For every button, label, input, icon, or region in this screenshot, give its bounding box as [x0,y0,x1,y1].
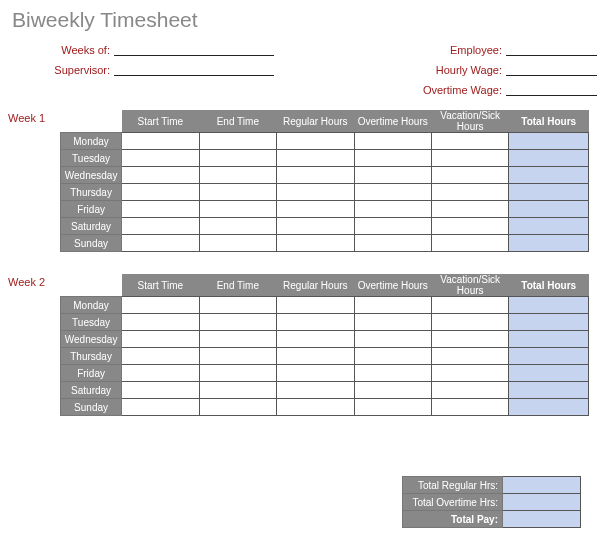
day-label: Monday [61,133,122,150]
cell[interactable] [199,133,276,150]
cell[interactable] [122,167,199,184]
cell[interactable] [354,365,431,382]
cell[interactable] [354,297,431,314]
day-label: Tuesday [61,314,122,331]
header-fields: Weeks of: Supervisor: Employee: Hourly W… [0,42,597,96]
cell[interactable] [354,235,431,252]
cell[interactable] [199,314,276,331]
totals-block: Total Regular Hrs: Total Overtime Hrs: T… [402,476,581,528]
cell[interactable] [431,201,508,218]
cell[interactable] [431,365,508,382]
total-cell [509,348,589,365]
cell[interactable] [354,382,431,399]
cell[interactable] [431,314,508,331]
cell[interactable] [277,201,354,218]
cell[interactable] [122,348,199,365]
supervisor-input[interactable] [114,62,274,76]
weeks-of-input[interactable] [114,42,274,56]
cell[interactable] [431,133,508,150]
day-label: Tuesday [61,150,122,167]
cell[interactable] [199,218,276,235]
cell[interactable] [199,382,276,399]
cell[interactable] [354,167,431,184]
col-total-hours: Total Hours [509,274,589,297]
cell[interactable] [277,297,354,314]
overtime-wage-input[interactable] [506,82,597,96]
cell[interactable] [431,399,508,416]
cell[interactable] [277,235,354,252]
cell[interactable] [354,184,431,201]
day-label: Wednesday [61,331,122,348]
day-label: Sunday [61,235,122,252]
cell[interactable] [199,184,276,201]
cell[interactable] [199,150,276,167]
hourly-wage-input[interactable] [506,62,597,76]
cell[interactable] [277,348,354,365]
cell[interactable] [122,133,199,150]
cell[interactable] [277,365,354,382]
total-cell [509,314,589,331]
total-regular-label: Total Regular Hrs: [403,477,503,494]
cell[interactable] [122,399,199,416]
cell[interactable] [431,167,508,184]
cell[interactable] [199,201,276,218]
cell[interactable] [122,365,199,382]
cell[interactable] [431,218,508,235]
cell[interactable] [354,150,431,167]
total-cell [509,150,589,167]
cell[interactable] [122,235,199,252]
cell[interactable] [199,348,276,365]
cell[interactable] [277,399,354,416]
week-1-table: Start Time End Time Regular Hours Overti… [60,110,589,252]
cell[interactable] [277,167,354,184]
cell[interactable] [122,184,199,201]
col-start-time: Start Time [122,274,199,297]
cell[interactable] [122,314,199,331]
cell[interactable] [199,331,276,348]
week-1-section: Week 1 Start Time End Time Regular Hours… [8,110,589,252]
cell[interactable] [277,382,354,399]
cell[interactable] [431,348,508,365]
cell[interactable] [122,331,199,348]
cell[interactable] [431,297,508,314]
cell[interactable] [277,184,354,201]
cell[interactable] [354,331,431,348]
cell[interactable] [431,184,508,201]
cell[interactable] [431,150,508,167]
cell[interactable] [122,218,199,235]
cell[interactable] [277,218,354,235]
cell[interactable] [431,382,508,399]
cell[interactable] [199,297,276,314]
cell[interactable] [354,218,431,235]
day-label: Saturday [61,218,122,235]
cell[interactable] [277,331,354,348]
supervisor-label: Supervisor: [44,64,110,76]
cell[interactable] [122,150,199,167]
cell[interactable] [277,314,354,331]
cell[interactable] [354,201,431,218]
col-regular-hours: Regular Hours [277,110,354,133]
total-cell [509,133,589,150]
cell[interactable] [431,331,508,348]
cell[interactable] [277,133,354,150]
cell[interactable] [122,201,199,218]
day-label: Thursday [61,184,122,201]
cell[interactable] [354,399,431,416]
cell[interactable] [122,382,199,399]
cell[interactable] [199,235,276,252]
cell[interactable] [431,235,508,252]
employee-input[interactable] [506,42,597,56]
cell[interactable] [199,167,276,184]
cell[interactable] [199,399,276,416]
cell[interactable] [354,133,431,150]
cell[interactable] [354,314,431,331]
day-label: Friday [61,365,122,382]
day-label: Sunday [61,399,122,416]
col-vacation-sick: Vacation/Sick Hours [431,110,508,133]
total-overtime-value [503,494,581,511]
cell[interactable] [354,348,431,365]
cell[interactable] [277,150,354,167]
cell[interactable] [199,365,276,382]
col-end-time: End Time [199,274,276,297]
cell[interactable] [122,297,199,314]
